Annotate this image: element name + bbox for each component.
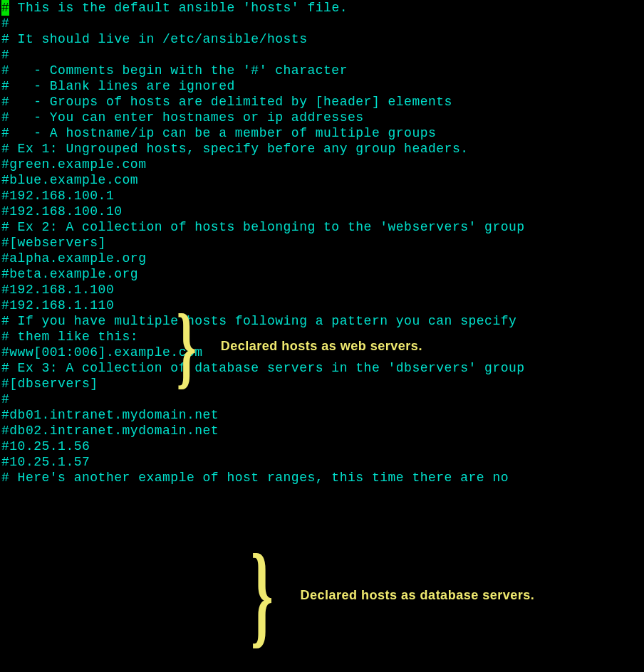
- terminal-line: # If you have multiple hosts following a…: [0, 313, 644, 329]
- terminal-line: #[webservers]: [0, 235, 644, 251]
- terminal-line: #: [0, 392, 644, 407]
- annotation-label: Declared hosts as database servers.: [301, 587, 535, 603]
- terminal-line: #blue.example.com: [0, 172, 644, 188]
- terminal-line: #www[001:006].example.com: [0, 345, 644, 360]
- terminal-line: # - Groups of hosts are delimited by [he…: [0, 94, 644, 110]
- terminal-line: #: [0, 16, 644, 31]
- terminal-line: #192.168.1.110: [0, 298, 644, 313]
- terminal-line: # Ex 3: A collection of database servers…: [0, 360, 644, 376]
- terminal-line: #alpha.example.org: [0, 251, 644, 266]
- line-text: This is the default ansible 'hosts' file…: [9, 1, 348, 15]
- terminal-line: # Here's another example of host ranges,…: [0, 470, 644, 485]
- terminal-line: #192.168.100.1: [0, 188, 644, 204]
- terminal-line: #192.168.1.100: [0, 282, 644, 298]
- cursor-block: #: [1, 0, 9, 16]
- terminal-line: # - Blank lines are ignored: [0, 78, 644, 94]
- terminal-line: # Ex 1: Ungrouped hosts, specify before …: [0, 141, 644, 157]
- annotation-dbservers: } Declared hosts as database servers.: [239, 561, 534, 629]
- terminal-line: # - You can enter hostnames or ip addres…: [0, 110, 644, 125]
- terminal-line: # them like this:: [0, 329, 644, 345]
- terminal-line: #beta.example.org: [0, 266, 644, 282]
- terminal-line: #: [0, 47, 644, 63]
- terminal-line: #10.25.1.57: [0, 454, 644, 470]
- terminal-line: # It should live in /etc/ansible/hosts: [0, 31, 644, 47]
- terminal-viewport[interactable]: # This is the default ansible 'hosts' fi…: [0, 0, 644, 672]
- terminal-line: #192.168.100.10: [0, 204, 644, 219]
- terminal-line: #green.example.com: [0, 157, 644, 172]
- terminal-line: #10.25.1.56: [0, 439, 644, 454]
- terminal-line: # This is the default ansible 'hosts' fi…: [0, 0, 644, 16]
- terminal-line: # - A hostname/ip can be a member of mul…: [0, 125, 644, 141]
- terminal-line: # Ex 2: A collection of hosts belonging …: [0, 219, 644, 235]
- terminal-line: # - Comments begin with the '#' characte…: [0, 63, 644, 78]
- terminal-line: #db02.intranet.mydomain.net: [0, 423, 644, 439]
- terminal-line: #db01.intranet.mydomain.net: [0, 407, 644, 423]
- brace-icon: }: [251, 561, 274, 629]
- terminal-line: #[dbservers]: [0, 376, 644, 392]
